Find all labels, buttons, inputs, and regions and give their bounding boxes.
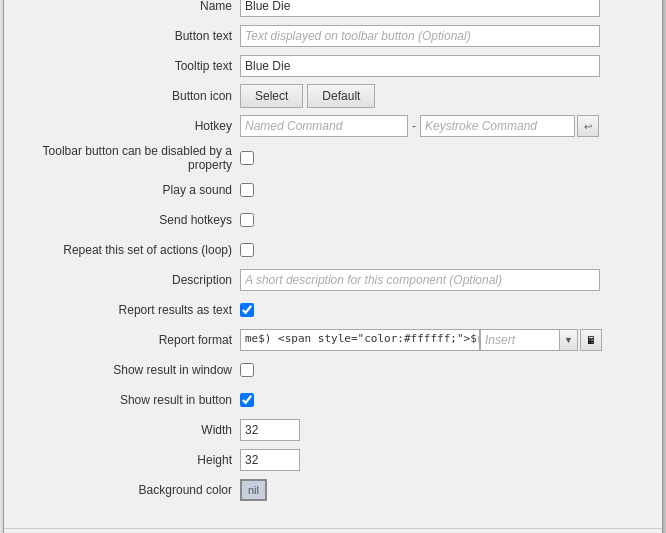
name-row: Name <box>20 0 646 18</box>
show-button-row: Show result in button <box>20 388 646 412</box>
button-icon-label: Button icon <box>20 89 240 103</box>
play-sound-label: Play a sound <box>20 183 240 197</box>
show-window-checkbox[interactable] <box>240 363 254 377</box>
bg-color-label: Background color <box>20 483 240 497</box>
name-input[interactable] <box>240 0 600 17</box>
description-row: Description <box>20 268 646 292</box>
repeat-loop-checkbox[interactable] <box>240 243 254 257</box>
height-row: Height <box>20 448 646 472</box>
report-results-checkbox[interactable] <box>240 303 254 317</box>
send-hotkeys-checkbox[interactable] <box>240 213 254 227</box>
report-format-row: Report format me$) <span style="color:#f… <box>20 328 646 352</box>
toolbar-disabled-checkbox[interactable] <box>240 151 254 165</box>
default-button[interactable]: Default <box>307 84 375 108</box>
tooltip-text-row: Tooltip text <box>20 54 646 78</box>
report-results-label: Report results as text <box>20 303 240 317</box>
width-input[interactable] <box>240 419 300 441</box>
button-text-label: Button text <box>20 29 240 43</box>
show-button-checkbox[interactable] <box>240 393 254 407</box>
bg-color-picker[interactable]: nil <box>240 479 267 501</box>
report-format-display[interactable]: me$) <span style="color:#ffffff;">$resul… <box>240 329 480 351</box>
send-hotkeys-row: Send hotkeys <box>20 208 646 232</box>
report-results-row: Report results as text <box>20 298 646 322</box>
select-button[interactable]: Select <box>240 84 303 108</box>
bg-color-row: Background color nil <box>20 478 646 502</box>
tooltip-text-label: Tooltip text <box>20 59 240 73</box>
play-sound-checkbox[interactable] <box>240 183 254 197</box>
description-input[interactable] <box>240 269 600 291</box>
hotkey-separator: - <box>410 119 418 133</box>
height-label: Height <box>20 453 240 467</box>
footer: OK Cancel Help <box>4 528 662 533</box>
name-label: Name <box>20 0 240 13</box>
calculator-button[interactable]: 🖩 <box>580 329 602 351</box>
repeat-loop-row: Repeat this set of actions (loop) <box>20 238 646 262</box>
button-text-row: Button text <box>20 24 646 48</box>
show-window-row: Show result in window <box>20 358 646 382</box>
toolbar-disabled-label: Toolbar button can be disabled by a prop… <box>20 144 240 172</box>
hotkey-arrow-button[interactable]: ↩ <box>577 115 599 137</box>
width-label: Width <box>20 423 240 437</box>
button-icon-controls: Select Default <box>240 84 375 108</box>
toolbar-disabled-row: Toolbar button can be disabled by a prop… <box>20 144 646 172</box>
repeat-loop-label: Repeat this set of actions (loop) <box>20 243 240 257</box>
tooltip-text-input[interactable] <box>240 55 600 77</box>
report-format-label: Report format <box>20 333 240 347</box>
hotkey-label: Hotkey <box>20 119 240 133</box>
button-text-input[interactable] <box>240 25 600 47</box>
insert-input[interactable] <box>480 329 560 351</box>
send-hotkeys-label: Send hotkeys <box>20 213 240 227</box>
button-icon-row: Button icon Select Default <box>20 84 646 108</box>
height-input[interactable] <box>240 449 300 471</box>
hotkey-controls: - ↩ <box>240 115 599 137</box>
play-sound-row: Play a sound <box>20 178 646 202</box>
form-content: Name Button text Tooltip text Button ico… <box>4 0 662 520</box>
main-window: N Blue Die ✕ Name Button text Tooltip te… <box>3 0 663 533</box>
description-label: Description <box>20 273 240 287</box>
show-window-label: Show result in window <box>20 363 240 377</box>
report-format-controls: me$) <span style="color:#ffffff;">$resul… <box>240 329 602 351</box>
show-button-label: Show result in button <box>20 393 240 407</box>
insert-dropdown-button[interactable]: ▼ <box>560 329 578 351</box>
hotkey-row: Hotkey - ↩ <box>20 114 646 138</box>
hotkey-keystroke-input[interactable] <box>420 115 575 137</box>
width-row: Width <box>20 418 646 442</box>
hotkey-named-input[interactable] <box>240 115 408 137</box>
